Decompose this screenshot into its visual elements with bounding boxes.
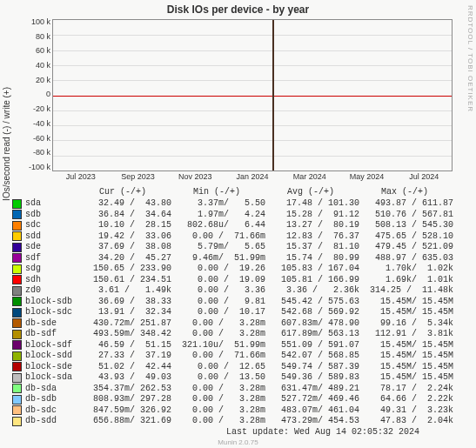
last-update: Last update: Wed Aug 14 02:05:32 2024 bbox=[226, 427, 419, 437]
legend-row: sde 37.69 / 38.08 5.79m/ 5.65 15.37 / 81… bbox=[12, 242, 453, 253]
y-tick: 100 k bbox=[19, 17, 50, 26]
legend-row: block-sdf 46.59 / 51.15 321.10u/ 51.99m … bbox=[12, 340, 453, 351]
y-tick: 0 bbox=[19, 90, 50, 98]
x-tick: Jul 2024 bbox=[395, 172, 453, 184]
legend-text: zd0 3.61 / 1.49k 0.00 / 3.36 3.36 / 2.36… bbox=[25, 285, 453, 297]
color-swatch bbox=[12, 351, 22, 361]
watermark: RRDTOOL / TOBI OETIKER bbox=[466, 5, 474, 112]
y-tick: -80 k bbox=[19, 148, 50, 157]
legend-text: db-sdb 808.93m/ 297.28 0.00 / 3.28m 527.… bbox=[25, 394, 453, 405]
color-swatch bbox=[12, 231, 22, 241]
data-spike bbox=[272, 20, 274, 171]
legend-row: block-sdd 27.33 / 37.19 0.00 / 71.66m 54… bbox=[12, 351, 453, 362]
legend-row: sdb 36.84 / 34.64 1.97m/ 4.24 15.28 / 91… bbox=[12, 210, 453, 221]
y-tick: -40 k bbox=[19, 119, 50, 128]
x-axis-ticks: Jul 2023Sep 2023Nov 2023Jan 2024Mar 2024… bbox=[52, 172, 453, 184]
legend-header: Cur (-/+) Min (-/+) Avg (-/+) Max (-/+) bbox=[26, 187, 461, 197]
legend-text: db-sdd 656.88m/ 321.69 0.00 / 3.28m 473.… bbox=[25, 416, 453, 427]
color-swatch bbox=[12, 384, 22, 393]
legend-text: db-sdf 493.59m/ 348.42 0.00 / 3.28m 617.… bbox=[25, 329, 453, 340]
color-swatch bbox=[12, 318, 22, 328]
y-axis-ticks: 100 k80 k60 k40 k20 k0-20 k-40 k-60 k-80… bbox=[19, 17, 50, 171]
y-tick: 60 k bbox=[19, 46, 50, 55]
y-tick: 80 k bbox=[19, 32, 50, 41]
legend-text: block-sde 51.02 / 42.44 0.00 / 12.65 549… bbox=[25, 362, 453, 373]
legend-row: sdd 19.42 / 33.06 0.00 / 71.66m 12.83 / … bbox=[12, 231, 453, 243]
x-tick: Jan 2024 bbox=[224, 172, 281, 184]
legend-row: db-sdb 808.93m/ 297.28 0.00 / 3.28m 527.… bbox=[12, 394, 453, 405]
legend-text: sda 32.49 / 43.80 3.37m/ 5.50 17.48 / 10… bbox=[25, 198, 453, 210]
x-tick: Jul 2023 bbox=[52, 172, 110, 184]
legend-text: block-sdf 46.59 / 51.15 321.10u/ 51.99m … bbox=[25, 340, 453, 351]
legend-row: sdc 10.10 / 28.15 802.68u/ 6.44 13.27 / … bbox=[12, 220, 453, 231]
color-swatch bbox=[12, 297, 22, 306]
legend-row: sdh 150.61 / 234.51 0.00 / 19.09 105.81 … bbox=[12, 275, 453, 286]
x-tick: Sep 2023 bbox=[110, 172, 167, 184]
chart-title: Disk IOs per device - by year bbox=[0, 3, 476, 16]
legend-row: block-sde 51.02 / 42.44 0.00 / 12.65 549… bbox=[12, 362, 453, 373]
legend-text: sde 37.69 / 38.08 5.79m/ 5.65 15.37 / 81… bbox=[25, 242, 453, 253]
legend-row: db-sdd 656.88m/ 321.69 0.00 / 3.28m 473.… bbox=[12, 416, 453, 427]
chart-container: Disk IOs per device - by year RRDTOOL / … bbox=[0, 0, 476, 448]
zero-line bbox=[53, 96, 452, 97]
color-swatch bbox=[12, 264, 22, 274]
legend-text: block-sdc 13.91 / 32.34 0.00 / 10.17 542… bbox=[25, 307, 453, 318]
legend-row: sdg 150.65 / 233.90 0.00 / 19.26 105.83 … bbox=[12, 264, 453, 275]
color-swatch bbox=[12, 340, 22, 350]
color-swatch bbox=[12, 210, 22, 219]
color-swatch bbox=[12, 362, 22, 371]
color-swatch bbox=[12, 405, 22, 415]
y-tick: 20 k bbox=[19, 76, 50, 84]
legend-row: zd0 3.61 / 1.49k 0.00 / 3.36 3.36 / 2.36… bbox=[12, 285, 453, 297]
color-swatch bbox=[12, 308, 22, 318]
legend-text: sdd 19.42 / 33.06 0.00 / 71.66m 12.83 / … bbox=[25, 231, 453, 243]
legend-row: block-sdc 13.91 / 32.34 0.00 / 10.17 542… bbox=[12, 307, 453, 318]
legend-row: db-sda 354.37m/ 262.53 0.00 / 3.28m 631.… bbox=[12, 384, 453, 395]
legend-text: sdg 150.65 / 233.90 0.00 / 19.26 105.83 … bbox=[25, 264, 453, 275]
x-tick: Nov 2023 bbox=[166, 172, 224, 184]
footer: Munin 2.0.75 bbox=[0, 438, 476, 446]
legend-row: db-sdc 847.59m/ 326.92 0.00 / 3.28m 483.… bbox=[12, 405, 453, 417]
y-axis-label: IOs/second read (-) / write (+) bbox=[2, 87, 11, 201]
color-swatch bbox=[12, 199, 22, 209]
legend-text: sdf 34.20 / 45.27 9.46m/ 51.99m 15.74 / … bbox=[25, 253, 453, 264]
legend-text: db-sdc 847.59m/ 326.92 0.00 / 3.28m 483.… bbox=[25, 405, 453, 417]
legend-row: sdf 34.20 / 45.27 9.46m/ 51.99m 15.74 / … bbox=[12, 253, 453, 264]
y-tick: 40 k bbox=[19, 61, 50, 70]
y-tick: -20 k bbox=[19, 104, 50, 113]
legend-row: db-sde 430.72m/ 251.87 0.00 / 3.28m 607.… bbox=[12, 318, 453, 330]
plot-area bbox=[52, 19, 453, 171]
legend-row: block-sdb 36.69 / 38.33 0.00 / 9.81 545.… bbox=[12, 297, 453, 308]
legend-text: block-sda 43.93 / 49.03 0.00 / 13.50 549… bbox=[25, 372, 453, 384]
y-tick: -100 k bbox=[19, 163, 50, 171]
color-swatch bbox=[12, 221, 22, 231]
x-tick: Mar 2024 bbox=[281, 172, 339, 184]
color-swatch bbox=[12, 417, 22, 426]
legend-row: db-sdf 493.59m/ 348.42 0.00 / 3.28m 617.… bbox=[12, 329, 453, 340]
legend-text: sdh 150.61 / 234.51 0.00 / 19.09 105.81 … bbox=[25, 275, 453, 286]
y-tick: -60 k bbox=[19, 134, 50, 143]
legend-text: sdb 36.84 / 34.64 1.97m/ 4.24 15.28 / 91… bbox=[25, 210, 453, 221]
color-swatch bbox=[12, 243, 22, 252]
legend-row: sda 32.49 / 43.80 3.37m/ 5.50 17.48 / 10… bbox=[12, 198, 453, 210]
legend-text: sdc 10.10 / 28.15 802.68u/ 6.44 13.27 / … bbox=[25, 220, 453, 231]
legend-row: block-sda 43.93 / 49.03 0.00 / 13.50 549… bbox=[12, 372, 453, 384]
legend-text: db-sde 430.72m/ 251.87 0.00 / 3.28m 607.… bbox=[25, 318, 453, 330]
color-swatch bbox=[12, 286, 22, 296]
legend-table: sda 32.49 / 43.80 3.37m/ 5.50 17.48 / 10… bbox=[12, 198, 453, 427]
legend-text: block-sdd 27.33 / 37.19 0.00 / 71.66m 54… bbox=[25, 351, 453, 362]
color-swatch bbox=[12, 253, 22, 263]
color-swatch bbox=[12, 373, 22, 383]
legend-text: block-sdb 36.69 / 38.33 0.00 / 9.81 545.… bbox=[25, 297, 453, 308]
color-swatch bbox=[12, 275, 22, 284]
x-tick: May 2024 bbox=[339, 172, 396, 184]
legend-text: db-sda 354.37m/ 262.53 0.00 / 3.28m 631.… bbox=[25, 384, 453, 395]
color-swatch bbox=[12, 395, 22, 405]
color-swatch bbox=[12, 330, 22, 339]
